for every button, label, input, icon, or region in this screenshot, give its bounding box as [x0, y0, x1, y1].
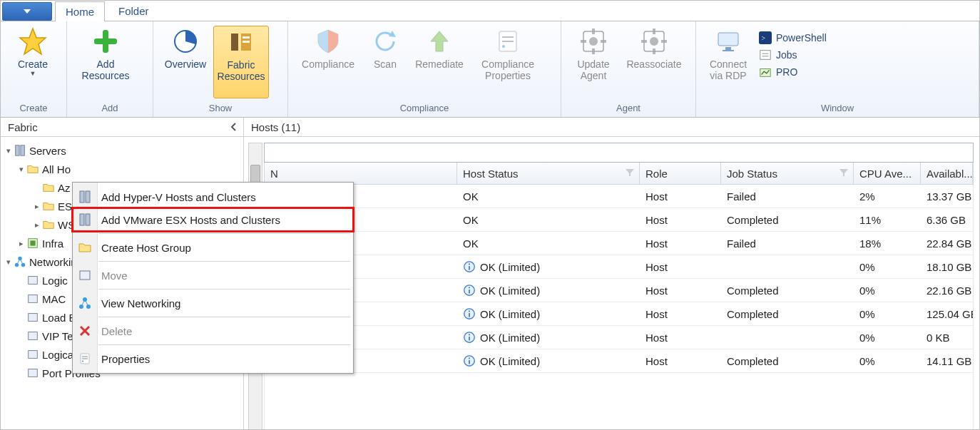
scan-label: Scan [374, 58, 397, 70]
menu-item[interactable]: Properties [73, 347, 353, 370]
col-job-status[interactable]: Job Status [721, 163, 854, 184]
app-menu-button[interactable] [2, 2, 52, 21]
powershell-label: PowerShell [776, 32, 827, 43]
expand-toggle-icon[interactable]: ▸ [32, 202, 42, 211]
add-resources-button[interactable]: Add Resources [71, 26, 140, 98]
remediate-label: Remediate [415, 58, 464, 70]
filter-icon[interactable] [625, 168, 635, 178]
add-resources-label: Add Resources [82, 58, 130, 81]
shield-icon [314, 27, 342, 56]
menu-item[interactable]: Create Host Group [73, 236, 353, 259]
col-cpu[interactable]: CPU Ave... [854, 163, 921, 184]
group-caption-window: Window [700, 103, 974, 117]
col-role-label: Role [645, 168, 668, 180]
table-row[interactable]: corin4 iu7zu2...OK (Limited)HostComplete… [265, 349, 973, 373]
powershell-button[interactable]: PowerShell [759, 31, 827, 44]
tree-node[interactable]: ▾Servers [1, 141, 243, 160]
net-icon [78, 296, 92, 310]
cell-memory: 18.10 GB [921, 261, 973, 273]
tree-node[interactable]: ▾All Ho [1, 160, 243, 178]
jobs-label: Jobs [776, 49, 797, 61]
prop-icon [78, 352, 92, 366]
menu-separator [98, 261, 350, 262]
col-status-label: Host Status [463, 168, 519, 180]
expand-toggle-icon[interactable]: ▾ [4, 146, 14, 155]
pro-button[interactable]: PRO [759, 66, 827, 78]
expand-toggle-icon[interactable]: ▾ [16, 165, 26, 174]
col-name[interactable]: N [265, 163, 457, 184]
gear-icon [640, 27, 668, 56]
menu-separator [98, 233, 350, 234]
lb-icon [26, 311, 39, 324]
monitor-icon [714, 27, 742, 56]
tab-folder[interactable]: Folder [108, 1, 160, 21]
expand-toggle-icon[interactable]: ▾ [4, 257, 14, 267]
jobs-icon [759, 48, 772, 61]
group-caption-agent: Agent [566, 103, 691, 117]
menu-separator [98, 344, 350, 345]
menu-separator [98, 317, 350, 317]
collapse-nav-icon[interactable] [229, 122, 239, 132]
search-input[interactable] [264, 143, 974, 163]
esx-icon [78, 213, 92, 227]
refresh-icon [371, 27, 399, 56]
group-caption-show: Show [158, 103, 283, 117]
tree-node-label: All Ho [42, 163, 71, 175]
create-button[interactable]: Create ▼ [5, 26, 61, 98]
menu-item[interactable]: Add Hyper-V Hosts and Clusters [73, 185, 353, 208]
group-caption-compliance: Compliance [292, 103, 556, 117]
menu-item[interactable]: View Networking [73, 292, 353, 314]
tree-node-label: Servers [29, 145, 66, 157]
context-menu[interactable]: Add Hyper-V Hosts and ClustersAdd VMware… [72, 182, 354, 374]
ribbon: Create ▼ Create Add Resources Add Overvi… [1, 21, 979, 118]
col-host-status[interactable]: Host Status [457, 163, 640, 184]
group-caption-create: Create [5, 103, 62, 117]
tab-strip: Home Folder [1, 1, 979, 21]
menu-item-label: Properties [101, 353, 150, 365]
plus-icon [91, 27, 120, 56]
cell-job: Completed [721, 308, 854, 320]
menu-item-label: Move [101, 270, 128, 282]
vip-icon [26, 329, 39, 342]
cell-cpu: 0% [854, 308, 921, 320]
cell-role: Host [640, 214, 721, 226]
hv-icon [78, 190, 92, 204]
table-row[interactable]: OK (Limited)Host0%18.10 GB [265, 255, 973, 279]
properties-icon [494, 27, 522, 56]
col-role[interactable]: Role [640, 163, 721, 184]
update-agent-label: Update Agent [577, 58, 609, 81]
table-row[interactable]: OK (Limited)Host0%0 KB [265, 326, 973, 349]
logical-icon [26, 274, 39, 287]
infra-icon [26, 237, 39, 250]
table-row[interactable]: OK (Limited)HostCompleted0%22.16 GB [265, 279, 973, 302]
group-icon [78, 240, 92, 255]
cell-status: OK [457, 237, 640, 250]
overview-button[interactable]: Overview [158, 26, 213, 98]
table-row[interactable]: OKHostCompleted11%6.36 GB [265, 208, 973, 232]
filter-icon[interactable] [839, 168, 849, 178]
col-memory[interactable]: Availabl... [921, 163, 973, 184]
servers-icon [14, 144, 26, 157]
cell-job: Completed [721, 355, 854, 367]
port-icon [26, 367, 39, 379]
cell-role: Host [640, 308, 721, 320]
table-row[interactable]: OKHostFailed2%13.37 GB [265, 185, 973, 208]
table-row[interactable]: OKHostFailed18%22.84 GB [265, 232, 973, 255]
menu-item[interactable]: Add VMware ESX Hosts and Clusters [73, 208, 353, 231]
main-pane: Hosts (11) N Host Status Role Job Status… [244, 118, 979, 430]
fabric-resources-button[interactable]: Fabric Resources [213, 26, 269, 98]
scan-button: Scan [364, 26, 407, 98]
tab-home[interactable]: Home [55, 1, 105, 21]
tree-node-label: Az [58, 182, 71, 194]
jobs-button[interactable]: Jobs [759, 48, 827, 61]
expand-toggle-icon[interactable]: ▸ [32, 220, 42, 230]
reassociate-label: Reassociate [626, 58, 681, 70]
cell-job: Completed [721, 285, 854, 297]
folder-icon [26, 163, 39, 175]
info-icon [463, 307, 476, 320]
expand-toggle-icon[interactable]: ▸ [16, 239, 26, 248]
menu-item-label: View Networking [101, 297, 180, 309]
table-row[interactable]: OK (Limited)HostCompleted0%125.04 GB [265, 302, 973, 326]
fabric-resources-label: Fabric Resources [218, 59, 265, 82]
fabric-icon [227, 28, 255, 56]
